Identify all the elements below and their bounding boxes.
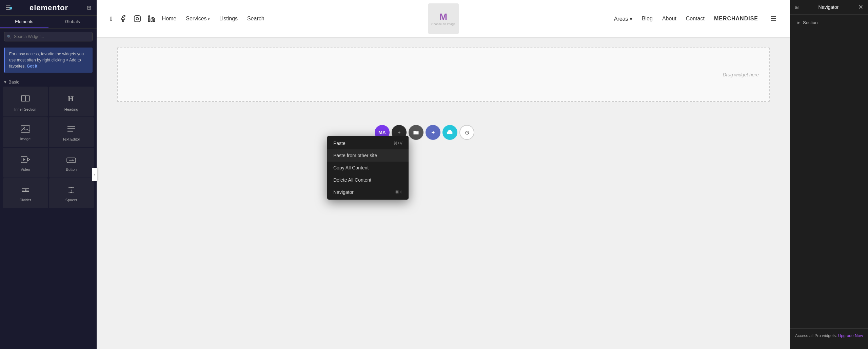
- svg-rect-1: [21, 96, 25, 101]
- toolbar-sparkle-button[interactable]: ✦: [426, 125, 440, 140]
- sidebar-tabs: Elements Globals: [0, 16, 97, 29]
- context-navigator[interactable]: Navigator ⌘+I: [327, 186, 409, 198]
- linkedin-icon[interactable]: [148, 15, 155, 22]
- nav-contact[interactable]: Contact: [686, 16, 705, 22]
- collapse-handle[interactable]: ‹: [92, 168, 97, 181]
- spacer-icon: [66, 186, 76, 196]
- widget-inner-section[interactable]: Inner Section: [3, 87, 48, 116]
- svg-rect-27: [134, 16, 140, 22]
- drop-hint: Drag widget here: [723, 72, 759, 77]
- widget-text-editor-label: Text Editor: [62, 137, 80, 141]
- context-paste-shortcut: ⌘+V: [393, 141, 402, 146]
- main-area:  Home Services Listings Search M Choose…: [97, 0, 790, 349]
- widget-divider[interactable]: Divider: [3, 178, 48, 208]
- nav-merchandise[interactable]: MERCHANDISE: [714, 16, 758, 22]
- search-input[interactable]: [4, 32, 93, 41]
- canvas: Drag widget here MA + ✦ ⊙ Paste ⌘+V Past…: [97, 37, 790, 349]
- svg-point-31: [148, 16, 150, 17]
- widget-button-label: Button: [66, 167, 77, 171]
- divider-icon: [21, 186, 30, 196]
- logo-placeholder: M Choose an Image: [428, 3, 459, 34]
- search-container: [0, 29, 97, 45]
- context-navigator-label: Navigator: [333, 189, 354, 195]
- svg-marker-11: [27, 158, 30, 161]
- context-delete-all-label: Delete All Content: [333, 177, 371, 183]
- facebook-icon[interactable]: : [110, 15, 113, 22]
- widget-spacer[interactable]: Spacer: [49, 178, 94, 208]
- context-navigator-shortcut: ⌘+I: [395, 190, 402, 195]
- header-left: ☰: [5, 4, 11, 12]
- context-menu: Paste ⌘+V Paste from other site Copy All…: [327, 136, 409, 200]
- context-paste-other[interactable]: Paste from other site: [327, 149, 409, 162]
- nav-search[interactable]: Search: [247, 16, 264, 22]
- sidebar: ☰ elementor ⊞ Elements Globals For easy …: [0, 0, 97, 349]
- button-icon: [66, 156, 76, 165]
- widget-divider-label: Divider: [20, 198, 31, 202]
- svg-rect-30: [148, 18, 150, 21]
- section-chevron-icon: ▶: [797, 21, 800, 24]
- widget-video-label: Video: [21, 167, 30, 171]
- video-icon: [21, 156, 30, 165]
- widget-video[interactable]: Video: [3, 148, 48, 178]
- nav-hamburger-icon[interactable]: ☰: [770, 15, 776, 23]
- widget-spacer-label: Spacer: [65, 198, 77, 202]
- nav-areas[interactable]: Areas ▾: [614, 16, 632, 22]
- toolbar-target-button[interactable]: ⊙: [459, 125, 474, 140]
- instagram-icon[interactable]: [134, 15, 141, 22]
- sidebar-header: ☰ elementor ⊞: [0, 0, 97, 16]
- navigator-section-item[interactable]: ▶ Section: [795, 18, 863, 27]
- svg-marker-12: [23, 158, 25, 161]
- got-it-link[interactable]: Got It: [27, 64, 37, 69]
- nav-home[interactable]: Home: [162, 16, 177, 22]
- nav-listings[interactable]: Listings: [219, 16, 238, 22]
- navigator-close-button[interactable]: ✕: [858, 3, 863, 11]
- widget-heading-label: Heading: [64, 107, 78, 111]
- canvas-section: Drag widget here: [117, 48, 770, 102]
- svg-point-5: [23, 127, 24, 129]
- logo-sub: Choose an Image: [431, 22, 455, 26]
- svg-marker-15: [73, 159, 74, 161]
- info-banner-text: For easy access, favorite the widgets yo…: [9, 52, 84, 69]
- heading-icon: H: [66, 94, 76, 105]
- widget-text-editor[interactable]: Text Editor: [49, 117, 94, 147]
- nav-logo: M Choose an Image: [428, 3, 459, 34]
- tab-globals[interactable]: Globals: [48, 16, 97, 28]
- navigator-footer-text: Access all Pro widgets.: [795, 333, 837, 338]
- context-delete-all[interactable]: Delete All Content: [327, 174, 409, 186]
- nav-services[interactable]: Services: [186, 16, 210, 22]
- nav-about[interactable]: About: [662, 16, 676, 22]
- nav-links: Home Services Listings Search: [162, 16, 264, 22]
- image-icon: [21, 125, 30, 135]
- nav-left: : [110, 15, 155, 22]
- search-wrap: [4, 32, 93, 41]
- context-paste-label: Paste: [333, 141, 346, 146]
- top-nav:  Home Services Listings Search M Choose…: [97, 0, 790, 37]
- navigator-title: Navigator: [818, 4, 839, 10]
- widget-button[interactable]: Button: [49, 148, 94, 178]
- widget-inner-section-label: Inner Section: [14, 107, 36, 111]
- basic-section-heading[interactable]: Basic: [0, 75, 97, 87]
- navigator-ellipsis: ...: [795, 339, 863, 344]
- grid-icon[interactable]: ⊞: [87, 4, 91, 11]
- inner-section-icon: [21, 94, 30, 105]
- logo-initial: M: [439, 12, 447, 22]
- nav-right: Areas ▾ Blog About Contact MERCHANDISE ☰: [614, 15, 776, 23]
- toolbar-folder-button[interactable]: [409, 125, 423, 140]
- facebook-icon[interactable]: [119, 15, 127, 22]
- navigator-panel-icon: ⊞: [795, 4, 799, 10]
- tab-elements[interactable]: Elements: [0, 16, 48, 28]
- context-paste[interactable]: Paste ⌘+V: [327, 137, 409, 149]
- toolbar-cloud-button[interactable]: [442, 125, 457, 140]
- context-paste-other-label: Paste from other site: [333, 153, 377, 158]
- navigator-panel: ⊞ Navigator ✕ ▶ Section Access all Pro w…: [790, 0, 868, 349]
- notification-dot: [9, 7, 12, 10]
- context-copy-all[interactable]: Copy All Content: [327, 162, 409, 174]
- svg-point-29: [139, 17, 139, 17]
- widget-heading[interactable]: H Heading: [49, 87, 94, 116]
- nav-blog[interactable]: Blog: [642, 16, 653, 22]
- widget-grid: Inner Section H Heading Image: [0, 87, 97, 208]
- info-banner: For easy access, favorite the widgets yo…: [4, 48, 93, 73]
- widget-image[interactable]: Image: [3, 117, 48, 147]
- upgrade-now-link[interactable]: Upgrade Now: [838, 333, 863, 338]
- context-copy-all-label: Copy All Content: [333, 165, 369, 170]
